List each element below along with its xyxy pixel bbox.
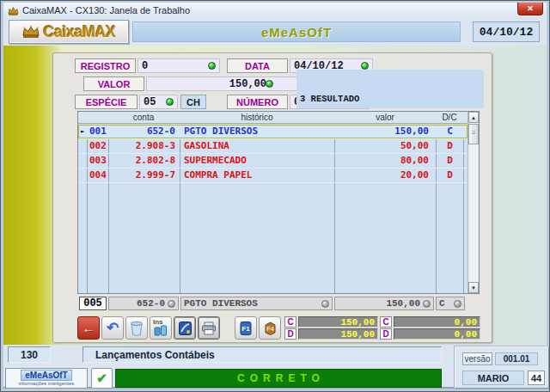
app-window: CaixaMAX - CX130: Janela de Trabalho ✕ C… bbox=[0, 0, 550, 392]
insert-label: Ins bbox=[153, 318, 163, 326]
close-icon: ✕ bbox=[527, 4, 534, 13]
cell-valor: 20,00 bbox=[335, 168, 434, 183]
col-valor: valor bbox=[376, 113, 394, 122]
led-gray-icon bbox=[423, 300, 431, 308]
cell-historico: PGTO DIVERSOS bbox=[180, 125, 333, 139]
entry-conta-value: 652-0 bbox=[137, 298, 165, 309]
total-c-value: 150,00 bbox=[298, 316, 378, 328]
confirm-button[interactable]: ✔ bbox=[91, 368, 113, 389]
led-green-icon bbox=[266, 80, 273, 88]
valor-field[interactable]: 150,00 bbox=[146, 77, 298, 91]
led-green-icon bbox=[361, 62, 369, 70]
numero-label: NÚMERO bbox=[227, 95, 288, 109]
entry-valor-field[interactable]: 150,00 bbox=[334, 297, 434, 310]
version-button[interactable]: versão bbox=[462, 352, 492, 365]
led-green-icon bbox=[208, 62, 216, 70]
scroll-up-icon[interactable]: ▲ bbox=[468, 112, 479, 123]
diff-d-value: 0,00 bbox=[394, 328, 480, 340]
led-green-icon bbox=[166, 98, 174, 106]
entry-historico-field[interactable]: PGTO DIVERSOS bbox=[180, 297, 333, 310]
book-icon bbox=[178, 321, 192, 336]
app-banner: eMeAsOfT bbox=[132, 21, 461, 42]
especie-tipo-box: CH bbox=[180, 95, 206, 109]
close-button[interactable]: ✕ bbox=[517, 3, 543, 15]
version-value: 001.01 bbox=[495, 352, 538, 365]
grid-body: ► 001 652-0 PGTO DIVERSOS 150,00 C 002 2… bbox=[78, 125, 468, 293]
f4-icon: F4 bbox=[263, 321, 278, 336]
cell-conta: 2.802-8 bbox=[109, 154, 178, 168]
undo-button[interactable]: ↶ bbox=[101, 316, 124, 340]
total-d-label: D bbox=[284, 328, 296, 340]
undo-icon: ↶ bbox=[107, 321, 119, 335]
svg-text:F1: F1 bbox=[241, 325, 250, 333]
entry-dc-field[interactable]: C bbox=[436, 297, 465, 310]
cell-historico: SUPERMECADO bbox=[180, 154, 333, 168]
trash-icon bbox=[130, 321, 144, 336]
table-row[interactable]: 004 2.999-7 COMPRA PAPEL 20,00 D bbox=[78, 168, 468, 183]
scroll-down-icon[interactable]: ▼ bbox=[468, 282, 479, 293]
cell-historico: COMPRA PAPEL bbox=[180, 168, 333, 183]
valor-value: 150,00 bbox=[229, 78, 266, 90]
table-row[interactable]: 002 2.908-3 GASOLINA 50,00 D bbox=[78, 139, 468, 154]
date-text: 04/10/12 bbox=[480, 26, 533, 39]
app-logo: CaixaMAX bbox=[9, 20, 129, 44]
led-gray-icon bbox=[454, 300, 461, 308]
entry-historico-value: PGTO DIVERSOS bbox=[184, 298, 319, 309]
delete-button[interactable] bbox=[125, 316, 148, 340]
registro-field[interactable]: 0 bbox=[138, 58, 220, 73]
cell-conta: 2.999-7 bbox=[109, 168, 178, 183]
screen-description: Lançamentos Contábeis bbox=[82, 346, 442, 363]
work-panel: REGISTRO 0 DATA 04/10/12 VALOR 150,00 ES… bbox=[52, 52, 492, 343]
entry-dc-value: C bbox=[439, 298, 451, 309]
diff-d-label: D bbox=[380, 328, 392, 340]
crown-icon bbox=[21, 25, 40, 39]
especie-field[interactable]: 05 bbox=[139, 95, 178, 109]
diff-c-label: C bbox=[380, 316, 392, 328]
cell-num: 003 bbox=[88, 154, 107, 168]
save-button[interactable] bbox=[174, 316, 196, 340]
insert-button[interactable]: Ins bbox=[150, 316, 172, 340]
header: CaixaMAX eMeAsOfT 04/10/12 bbox=[3, 18, 547, 46]
logo-text: CaixaMAX bbox=[43, 23, 115, 41]
cell-valor: 150,00 bbox=[335, 125, 434, 139]
back-icon: ← bbox=[82, 321, 95, 335]
cell-conta: 2.908-3 bbox=[109, 139, 178, 154]
table-row[interactable]: 003 2.802-8 SUPERMECADO 80,00 D bbox=[78, 154, 468, 168]
led-gray-icon bbox=[321, 300, 329, 308]
cell-dc: D bbox=[437, 154, 463, 168]
entry-conta-field[interactable]: 652-0 bbox=[108, 297, 179, 310]
total-d-value: 150,00 bbox=[298, 328, 378, 340]
f4-button[interactable]: F4 bbox=[259, 316, 281, 340]
data-label: DATA bbox=[227, 58, 288, 73]
toolbar: ← ↶ Ins bbox=[77, 316, 281, 340]
registro-label: REGISTRO bbox=[75, 58, 136, 73]
cell-num: 001 bbox=[88, 125, 107, 139]
print-button[interactable] bbox=[198, 316, 220, 340]
app-icon bbox=[8, 6, 19, 15]
cell-valor: 50,00 bbox=[335, 139, 434, 154]
check-icon: ✔ bbox=[96, 371, 107, 386]
entries-grid: conta histórico valor D/C ► 001 652-0 bbox=[77, 111, 480, 294]
row-marker-icon: ► bbox=[78, 125, 87, 139]
footer-logo: eMeAsOfT informações inteligentes bbox=[5, 368, 88, 389]
especie-label: ESPÉCIE bbox=[75, 95, 138, 109]
user-field: MARIO bbox=[462, 371, 524, 385]
back-button[interactable]: ← bbox=[77, 316, 100, 340]
grid-scrollbar[interactable]: ▲ ▼ bbox=[468, 112, 479, 293]
window-title: CaixaMAX - CX130: Janela de Trabalho bbox=[22, 5, 190, 15]
entry-number-field[interactable]: 005 bbox=[79, 297, 107, 310]
grid-header: conta histórico valor D/C bbox=[78, 112, 468, 124]
f1-button[interactable]: F1 bbox=[235, 316, 257, 340]
screen-code: 130 bbox=[8, 346, 51, 363]
scroll-thumb[interactable] bbox=[468, 124, 479, 144]
diff-c-value: 0,00 bbox=[394, 316, 480, 328]
col-dc: D/C bbox=[442, 113, 456, 122]
table-row[interactable]: ► 001 652-0 PGTO DIVERSOS 150,00 C bbox=[78, 125, 468, 139]
account-info-box: 3 RESULTADO 3000 DISPONIVEL 652-0 CEF - … bbox=[296, 70, 484, 108]
date-display: 04/10/12 bbox=[473, 21, 540, 42]
cell-dc: C bbox=[437, 125, 463, 139]
cell-num: 002 bbox=[88, 139, 107, 154]
window-titlebar[interactable]: CaixaMAX - CX130: Janela de Trabalho ✕ bbox=[3, 3, 547, 18]
cell-dc: D bbox=[437, 139, 463, 154]
col-conta: conta bbox=[133, 113, 154, 122]
